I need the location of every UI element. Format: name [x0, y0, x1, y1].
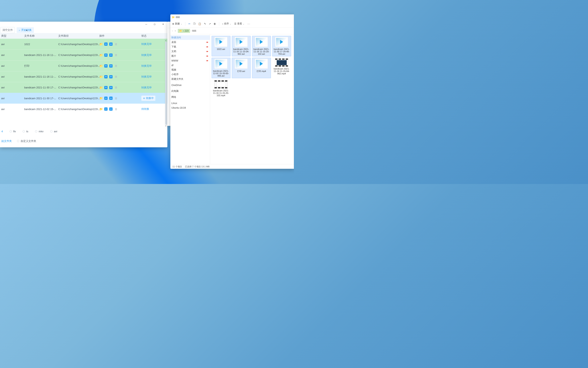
radio-icon — [10, 130, 12, 132]
file-label: bandicam 2021-11-16 11-15-20-102.avi — [253, 48, 270, 55]
nav-newfolder[interactable]: 新建文件夹 — [170, 77, 210, 81]
paste-icon[interactable]: 📋 — [198, 22, 201, 25]
copy-icon[interactable]: ❐ — [193, 22, 195, 25]
open-folder-icon[interactable]: 📁 — [99, 97, 103, 100]
open-folder-icon[interactable]: 📁 — [99, 86, 103, 89]
scroll-up-icon[interactable]: ▲ — [165, 39, 167, 41]
move-down-icon[interactable]: ⬇ — [109, 64, 113, 68]
nav-www[interactable]: WWW 📌 — [170, 58, 210, 63]
cell-name: bandicam 2021-11-16 11-... — [24, 54, 58, 56]
open-folder-icon[interactable]: 📁 — [99, 54, 103, 57]
source-folder-option[interactable]: 始文件夹 — [1, 139, 12, 143]
delete-icon[interactable]: 🗑 — [114, 86, 117, 89]
minimize-button[interactable]: — — [144, 23, 149, 26]
open-folder-icon[interactable]: 📁 — [99, 43, 103, 46]
delete-icon[interactable]: 🗑 — [114, 97, 117, 100]
nav-thispc[interactable]: 此电脑 — [170, 89, 210, 93]
file-item[interactable]: bandicam 2021-11-16 11-15-04-962.avi — [232, 36, 251, 56]
scrollbar[interactable] — [165, 42, 167, 125]
format-flv[interactable]: flv — [10, 130, 16, 133]
nav-label: 新建文件夹 — [171, 77, 183, 81]
move-up-icon[interactable]: ⬆ — [104, 97, 107, 100]
delete-icon[interactable]: 🗑 — [114, 64, 117, 68]
table-row[interactable]: avi bandicam 2021-11-30 17-... C:\Users\… — [0, 82, 167, 93]
nav-downloads[interactable]: 下载 📌 — [170, 45, 210, 49]
delete-icon[interactable]: 🗑 — [114, 75, 117, 78]
cell-status[interactable]: 转换完毕 — [141, 42, 167, 46]
nav-quick-access[interactable]: 快速访问 — [170, 35, 210, 40]
table-row[interactable]: avi bandicam 2021-11-16 11-... C:\Users\… — [0, 71, 167, 82]
cell-status[interactable]: 转换完毕 — [141, 75, 167, 79]
file-item[interactable]: 1022.avi — [212, 36, 230, 56]
file-item[interactable]: bandicam 2021-12-02 15-33-00-496.avi — [212, 58, 230, 78]
maximize-button[interactable]: ▢ — [152, 23, 157, 26]
nav-linux[interactable]: Linux — [170, 101, 210, 105]
cut-icon[interactable]: ✂ — [188, 22, 190, 25]
table-row[interactable]: avi 1022 C:\Users\zhangchao\Desktop\223\… — [0, 39, 167, 49]
file-item[interactable]: bandicam 2021-11-16 11-15-20-102.mp4 — [212, 80, 230, 98]
view-menu[interactable]: ☰ 查看 ⌄ — [234, 22, 245, 26]
nav-documents[interactable]: 文档 📌 — [170, 49, 210, 54]
delete-icon[interactable]: 🗑 — [114, 107, 117, 111]
format-mkv[interactable]: mkv — [35, 130, 44, 133]
move-down-icon[interactable]: ⬇ — [109, 54, 113, 57]
table-row[interactable]: avi bandicam 2021-12-02 15-... C:\Users\… — [0, 104, 167, 114]
new-menu[interactable]: ⊕ 新建 ⌄ — [172, 22, 182, 26]
delete-icon[interactable]: 🗑 — [114, 43, 117, 46]
close-button[interactable]: ✕ — [161, 23, 165, 26]
scroll-down-icon[interactable]: ▼ — [165, 125, 167, 127]
move-up-icon[interactable]: ⬆ — [104, 75, 107, 78]
cell-status[interactable]: 转换完毕 — [141, 53, 167, 57]
format-avi[interactable]: avi — [50, 130, 57, 133]
move-up-icon[interactable]: ⬆ — [104, 43, 107, 46]
cell-status[interactable]: 转换完毕 — [141, 86, 167, 89]
file-item[interactable]: bandicam 2021-11-30 17-29-48-704.avi — [272, 36, 291, 56]
rename-icon[interactable]: ✎ — [204, 22, 206, 25]
open-folder-icon[interactable]: 📁 — [99, 75, 103, 78]
move-down-icon[interactable]: ⬇ — [109, 43, 113, 46]
file-item[interactable]: bandicam 2021-11-16 11-15-04-962.mp4 — [272, 58, 291, 78]
file-item[interactable]: 打印.mp4 — [252, 58, 271, 78]
format-mp4[interactable]: 4 — [1, 130, 3, 133]
nav-desktop[interactable]: 桌面 📌 — [170, 40, 210, 45]
move-up-icon[interactable]: ⬆ — [104, 107, 107, 111]
file-item[interactable]: 打印.avi — [232, 58, 251, 78]
nav-df[interactable]: df — [170, 63, 210, 68]
nav-network[interactable]: 网络 — [170, 95, 210, 99]
cell-name: bandicam 2021-11-30 17-... — [24, 86, 58, 89]
nav-pictures[interactable]: 图片 📌 — [170, 54, 210, 58]
format-ts[interactable]: ts — [23, 130, 28, 133]
breadcrumb-segment[interactable]: 📁 › 223 — [178, 29, 190, 33]
open-folder-icon[interactable]: 📁 — [99, 107, 103, 111]
custom-folder-option[interactable]: 自定义文件夹 — [17, 139, 36, 143]
more-menu[interactable]: ··· — [247, 22, 250, 25]
nav-onedrive[interactable]: OneDrive — [170, 83, 210, 87]
start-convert-button[interactable]: ⌕ 开始转换 — [17, 27, 34, 33]
move-down-icon[interactable]: ⬇ — [109, 97, 113, 100]
clear-files-button[interactable]: 清空文件 — [0, 27, 15, 33]
trash-icon[interactable]: 🗑 — [214, 22, 216, 25]
file-item[interactable]: bandicam 2021-11-16 11-15-20-102.avi — [252, 36, 271, 56]
nav-ubuntu[interactable]: Ubuntu-18.04 — [170, 105, 210, 110]
file-list-pane[interactable]: 1022.avi bandicam 2021-11-16 11-15-04-96… — [210, 34, 294, 164]
sort-menu[interactable]: ↕ 排序 ⌄ — [222, 22, 231, 26]
status-total: 11 个项目 — [172, 165, 182, 168]
table-row[interactable]: avi bandicam 2021-11-16 11-... C:\Users\… — [0, 49, 167, 60]
table-row[interactable]: avi 打印 C:\Users\zhangchao\Desktop\223\..… — [0, 60, 167, 71]
move-up-icon[interactable]: ⬆ — [104, 54, 107, 57]
delete-icon[interactable]: 🗑 — [114, 54, 117, 57]
cell-status[interactable]: 转换完毕 — [141, 64, 167, 68]
table-row[interactable]: avi bandicam 2021-11-30 17-... C:\Users\… — [0, 93, 167, 104]
breadcrumb-segment[interactable]: 666 — [192, 29, 196, 32]
nav-video[interactable]: 视频 — [170, 68, 210, 72]
move-up-icon[interactable]: ⬆ — [104, 86, 107, 89]
move-down-icon[interactable]: ⬇ — [109, 107, 113, 111]
share-icon[interactable]: ↗ — [209, 22, 211, 25]
history-forward-icon[interactable]: › — [172, 30, 173, 32]
move-up-icon[interactable]: ⬆ — [104, 64, 107, 68]
up-icon[interactable]: ↑ — [175, 29, 176, 32]
nav-applet[interactable]: 小程序 — [170, 72, 210, 77]
move-down-icon[interactable]: ⬇ — [109, 75, 113, 78]
move-down-icon[interactable]: ⬇ — [109, 86, 113, 89]
open-folder-icon[interactable]: 📁 — [99, 64, 103, 68]
